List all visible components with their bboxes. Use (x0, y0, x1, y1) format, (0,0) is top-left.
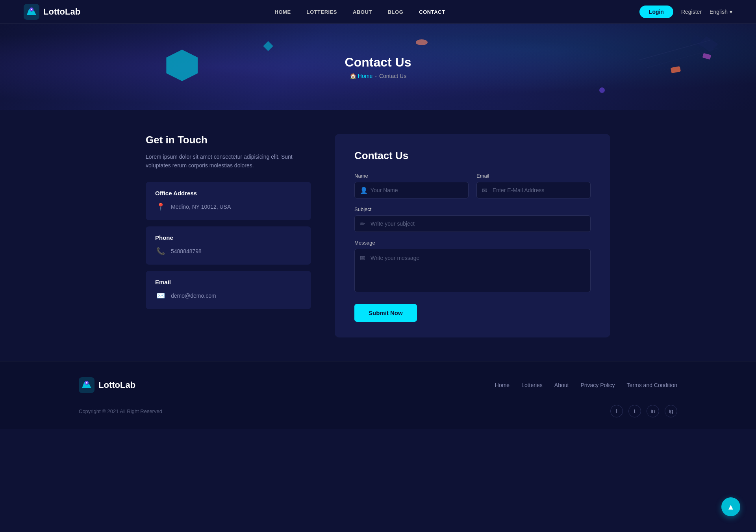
office-address-card: Office Address 📍 Medino, NY 10012, USA (146, 182, 311, 220)
name-label: Name (354, 173, 469, 179)
message-input-wrapper: ✉ (354, 249, 591, 292)
navbar-right: Login Register English ▾ (639, 6, 732, 18)
breadcrumb-separator: - (375, 73, 377, 79)
svg-line-3 (639, 40, 710, 60)
email-group: Email ✉ (476, 173, 591, 198)
logo[interactable]: LottoLab (24, 4, 80, 20)
hero-decoration (639, 32, 718, 87)
left-panel: Get in Touch Lorem ipsum dolor sit amet … (146, 134, 311, 315)
social-icons: f t in ig (610, 405, 677, 417)
submit-button[interactable]: Submit Now (354, 304, 417, 322)
footer-link-about[interactable]: About (554, 382, 569, 388)
svg-marker-6 (691, 34, 704, 48)
svg-marker-5 (699, 36, 718, 52)
footer-logo-text: LottoLab (98, 380, 135, 390)
footer-logo-icon (79, 377, 94, 393)
footer-links: Home Lotteries About Privacy Policy Term… (495, 382, 677, 389)
email-input-wrapper: ✉ (476, 182, 591, 198)
svg-line-4 (647, 48, 718, 68)
email-label: Email (476, 173, 591, 179)
name-group: Name 👤 (354, 173, 469, 198)
instagram-icon[interactable]: ig (665, 405, 677, 417)
nav-about[interactable]: ABOUT (353, 9, 372, 15)
subject-label: Subject (354, 206, 591, 212)
office-address-text: Medino, NY 10012, USA (171, 204, 231, 210)
phone-icon: 📞 (155, 246, 166, 257)
message-label: Message (354, 240, 591, 246)
lang-label: English (710, 9, 728, 15)
subject-input-wrapper: ✏ (354, 215, 591, 232)
home-icon: 🏠 (350, 73, 356, 79)
office-address-content: 📍 Medino, NY 10012, USA (155, 201, 302, 212)
subject-input[interactable] (354, 215, 591, 232)
email-card: Email ✉️ demo@demo.com (146, 271, 311, 309)
svg-point-9 (86, 382, 87, 384)
footer-link-lotteries[interactable]: Lotteries (521, 382, 543, 388)
name-input-wrapper: 👤 (354, 182, 469, 198)
facebook-icon[interactable]: f (610, 405, 623, 417)
name-email-row: Name 👤 Email ✉ (354, 173, 591, 198)
message-textarea[interactable] (354, 249, 591, 292)
navbar: LottoLab HOME LOTTERIES ABOUT BLOG CONTA… (0, 0, 756, 24)
login-button[interactable]: Login (639, 6, 673, 18)
email-title: Email (155, 279, 302, 285)
subject-group: Subject ✏ (354, 206, 591, 232)
chevron-down-icon: ▾ (730, 9, 732, 15)
nav-home[interactable]: HOME (275, 9, 291, 15)
diamond-shape-1 (263, 41, 273, 51)
footer-bottom: Copyright © 2021 All Right Reserved f t … (79, 405, 677, 417)
nav-lotteries[interactable]: LOTTERIES (307, 9, 337, 15)
svg-point-2 (31, 9, 32, 10)
twitter-icon[interactable]: t (628, 405, 641, 417)
hero-banner: Contact Us 🏠 Home - Contact Us (0, 24, 756, 110)
phone-number: 5488848798 (171, 248, 202, 254)
nav-blog[interactable]: BLOG (388, 9, 404, 15)
location-icon: 📍 (155, 201, 166, 212)
page-title: Contact Us (345, 55, 411, 70)
hex-shape (166, 50, 198, 81)
diamond-shape-2 (671, 66, 681, 73)
office-address-title: Office Address (155, 190, 302, 196)
footer: LottoLab Home Lotteries About Privacy Po… (0, 361, 756, 429)
oval-shape (416, 39, 428, 45)
footer-link-privacy[interactable]: Privacy Policy (580, 382, 615, 388)
get-in-touch-description: Lorem ipsum dolor sit amet consectetur a… (146, 152, 311, 170)
breadcrumb: 🏠 Home - Contact Us (350, 73, 406, 79)
footer-link-home[interactable]: Home (495, 382, 510, 388)
main-content: Get in Touch Lorem ipsum dolor sit amet … (0, 110, 756, 361)
phone-title: Phone (155, 234, 302, 241)
footer-logo[interactable]: LottoLab (79, 377, 135, 393)
breadcrumb-current: Contact Us (379, 73, 406, 79)
contact-form-panel: Contact Us Name 👤 Email ✉ Subject (335, 134, 610, 337)
logo-icon (24, 4, 39, 20)
contact-form-title: Contact Us (354, 150, 591, 162)
email-icon: ✉️ (155, 290, 166, 301)
linkedin-icon[interactable]: in (647, 405, 659, 417)
dot-shape (599, 87, 605, 93)
copyright-text: Copyright © 2021 All Right Reserved (79, 408, 162, 414)
nav-contact[interactable]: CONTACT (419, 9, 445, 15)
name-input[interactable] (354, 182, 469, 198)
get-in-touch-title: Get in Touch (146, 134, 311, 146)
logo-text: LottoLab (43, 7, 80, 17)
breadcrumb-home-link[interactable]: 🏠 Home (350, 73, 372, 79)
diamond-shape-3 (702, 53, 711, 60)
language-selector[interactable]: English ▾ (710, 9, 732, 15)
footer-top: LottoLab Home Lotteries About Privacy Po… (79, 377, 677, 393)
email-address: demo@demo.com (171, 293, 216, 299)
breadcrumb-home: Home (358, 73, 372, 79)
phone-card: Phone 📞 5488848798 (146, 226, 311, 265)
register-button[interactable]: Register (681, 9, 702, 15)
email-input[interactable] (476, 182, 591, 198)
footer-link-terms[interactable]: Terms and Condition (627, 382, 677, 388)
phone-content: 📞 5488848798 (155, 246, 302, 257)
email-content: ✉️ demo@demo.com (155, 290, 302, 301)
message-group: Message ✉ (354, 240, 591, 292)
nav-links: HOME LOTTERIES ABOUT BLOG CONTACT (275, 8, 445, 15)
